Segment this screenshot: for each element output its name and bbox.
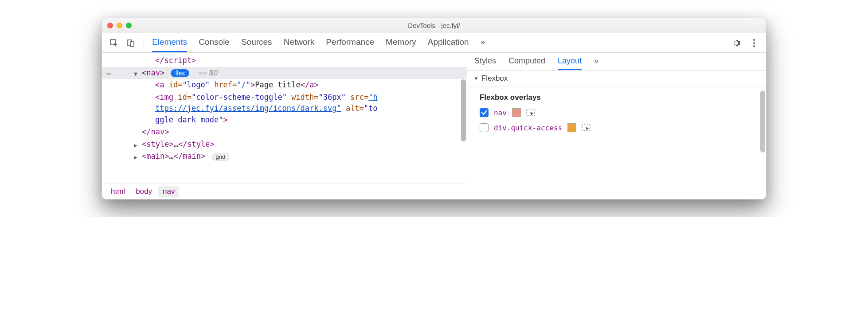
tab-network[interactable]: Network [284, 33, 315, 52]
breadcrumb-body[interactable]: body [131, 186, 156, 197]
overlay-checkbox-nav[interactable] [480, 108, 489, 117]
overlay-row-nav: nav [480, 108, 754, 117]
kebab-menu-icon[interactable] [747, 36, 762, 50]
main-tabs: Elements Console Sources Network Perform… [152, 33, 727, 52]
dom-script-close[interactable]: </script​> [102, 55, 467, 67]
dom-a-element[interactable]: <a id="logo" href="/">Page title</a> [102, 79, 467, 91]
overlay-label[interactable]: div.quick-access [494, 124, 562, 132]
breadcrumb-html[interactable]: html [106, 186, 129, 197]
settings-icon[interactable] [729, 36, 744, 50]
toolbar-divider [144, 38, 144, 48]
subtab-computed[interactable]: Computed [508, 53, 545, 70]
dom-nav-close[interactable]: </nav> [102, 126, 467, 138]
device-toggle-icon[interactable] [123, 36, 138, 50]
tab-more[interactable]: » [481, 33, 485, 52]
reveal-element-icon[interactable] [526, 108, 536, 117]
devtools-window: DevTools - jec.fyi/ Elements Console Sou… [102, 18, 766, 200]
overlay-row-quick-access: div.quick-access [480, 123, 754, 132]
dom-nav-open[interactable]: ▼ <nav> flex == $0 [102, 67, 467, 79]
expand-arrow-icon[interactable]: ▼ [134, 70, 137, 78]
svg-point-5 [753, 45, 755, 47]
flexbox-section-body: Flexbox overlays nav div.quick-access [467, 87, 766, 199]
selected-node-indicator: == $0 [198, 69, 218, 77]
breadcrumb-nav[interactable]: nav [158, 186, 179, 197]
overlays-title: Flexbox overlays [480, 93, 754, 102]
panels-body: </script​> ▼ <nav> flex == $0 <a id="log… [102, 53, 766, 199]
dom-img-element[interactable]: <img id="color-scheme-toggle" width="36p… [102, 91, 467, 126]
titlebar: DevTools - jec.fyi/ [102, 18, 766, 33]
toolbar-right [729, 36, 762, 50]
overlay-checkbox-quick-access[interactable] [480, 123, 489, 132]
sidebar-tabs: Styles Computed Layout » [467, 53, 766, 70]
flex-badge[interactable]: flex [171, 69, 189, 77]
dom-main-element[interactable]: ▶ <main>…</main> grid [102, 150, 467, 163]
overlay-label[interactable]: nav [494, 109, 507, 117]
tab-elements[interactable]: Elements [152, 33, 187, 52]
window-title: DevTools - jec.fyi/ [102, 22, 766, 29]
subtab-layout[interactable]: Layout [558, 53, 582, 70]
breadcrumb: html body nav [102, 184, 467, 199]
overlay-color-swatch[interactable] [512, 108, 521, 117]
tab-console[interactable]: Console [199, 33, 230, 52]
tab-application[interactable]: Application [428, 33, 469, 52]
dom-tree[interactable]: </script​> ▼ <nav> flex == $0 <a id="log… [102, 53, 467, 184]
subtab-more[interactable]: » [594, 53, 598, 70]
inspect-element-icon[interactable] [106, 36, 121, 50]
flexbox-section-header[interactable]: ▼ Flexbox [467, 70, 766, 87]
tab-performance[interactable]: Performance [326, 33, 374, 52]
main-toolbar: Elements Console Sources Network Perform… [102, 33, 766, 53]
svg-point-3 [753, 39, 755, 41]
svg-rect-2 [130, 42, 134, 47]
expand-arrow-icon: ▼ [473, 75, 479, 82]
collapse-arrow-icon[interactable]: ▶ [134, 141, 137, 150]
collapse-arrow-icon[interactable]: ▶ [134, 153, 137, 162]
styles-sidebar: Styles Computed Layout » ▼ Flexbox Flexb… [467, 53, 766, 199]
dom-style-element[interactable]: ▶ <style>…</style> [102, 138, 467, 151]
subtab-styles[interactable]: Styles [474, 53, 496, 70]
svg-point-4 [753, 42, 755, 44]
sidebar-scrollbar[interactable] [760, 90, 765, 153]
elements-panel: </script​> ▼ <nav> flex == $0 <a id="log… [102, 53, 467, 199]
grid-badge[interactable]: grid [212, 153, 230, 161]
tab-memory[interactable]: Memory [386, 33, 416, 52]
reveal-element-icon[interactable] [582, 123, 591, 132]
overlay-color-swatch[interactable] [567, 123, 576, 132]
tab-sources[interactable]: Sources [241, 33, 272, 52]
